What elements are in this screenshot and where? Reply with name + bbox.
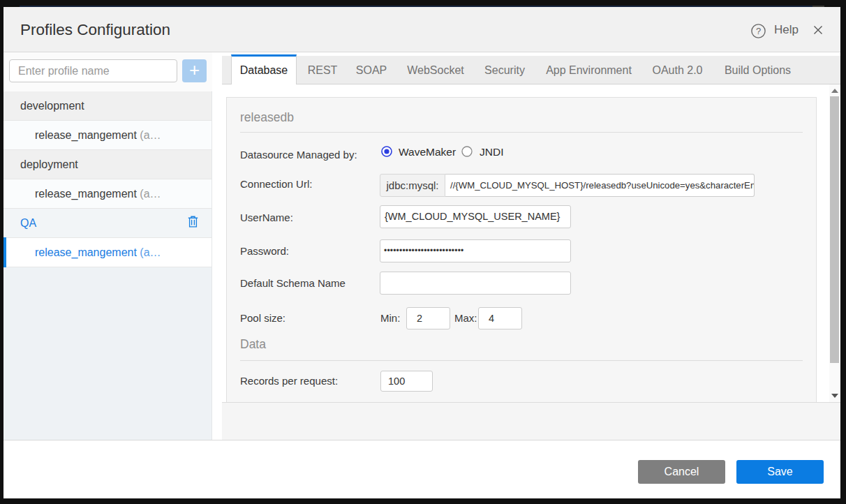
svg-text:?: ? (756, 26, 761, 36)
